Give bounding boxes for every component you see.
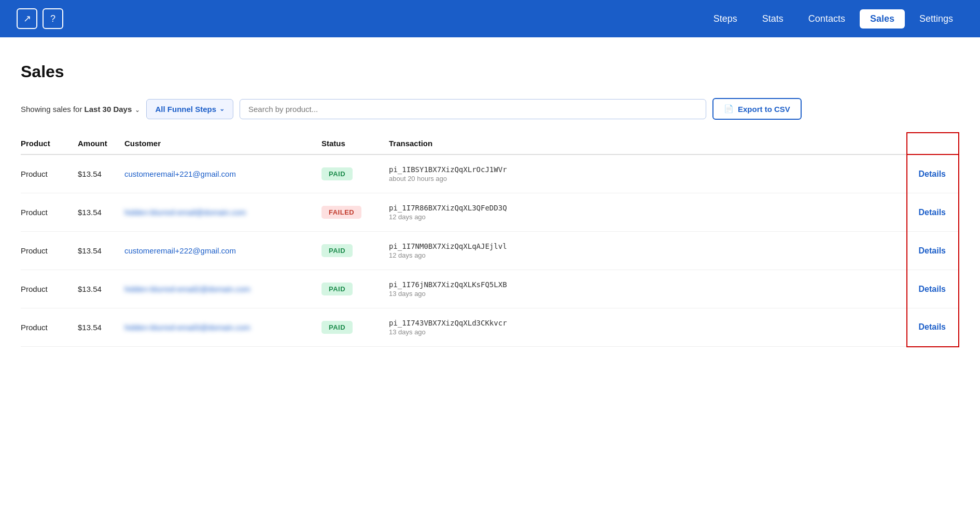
cell-customer: hidden-blurred-email3@domain.com	[124, 308, 321, 347]
cell-details: Details	[907, 193, 959, 232]
help-button[interactable]: ?	[43, 8, 63, 29]
status-badge: PAID	[321, 167, 353, 180]
cell-amount: $13.54	[78, 270, 124, 308]
transaction-time: 12 days ago	[389, 213, 898, 221]
cell-amount: $13.54	[78, 232, 124, 270]
transaction-id: pi_1I743VBX7XizQqXLd3CKkvcr	[389, 319, 898, 327]
cell-transaction: pi_1I7R86BX7XizQqXL3QFeDD3Q12 days ago	[389, 193, 907, 232]
cell-customer: hidden-blurred-email2@domain.com	[124, 270, 321, 308]
transaction-time: 13 days ago	[389, 328, 898, 336]
transaction-time: 12 days ago	[389, 251, 898, 259]
filters-row: Showing sales for Last 30 Days ⌄ All Fun…	[21, 98, 959, 120]
sales-table: Product Amount Customer Status Transacti…	[21, 132, 959, 347]
details-link[interactable]: Details	[919, 170, 950, 178]
details-link[interactable]: Details	[919, 208, 950, 217]
cell-status: PAID	[321, 270, 389, 308]
table-row: Product$13.54customeremail+222@gmail.com…	[21, 232, 959, 270]
cell-details: Details	[907, 232, 959, 270]
external-link-button[interactable]: ↗	[17, 8, 37, 29]
details-link[interactable]: Details	[919, 285, 950, 293]
main-nav: StepsStatsContactsSalesSettings	[703, 9, 963, 29]
col-header-transaction: Transaction	[389, 133, 907, 154]
cell-status: PAID	[321, 154, 389, 193]
table-row: Product$13.54hidden-blurred-email2@domai…	[21, 270, 959, 308]
customer-email-blurred: hidden-blurred-email3@domain.com	[124, 323, 250, 332]
header-left-buttons: ↗ ?	[17, 8, 63, 29]
col-header-status: Status	[321, 133, 389, 154]
cell-status: FAILED	[321, 193, 389, 232]
status-badge: PAID	[321, 283, 353, 295]
export-csv-button[interactable]: 📄 Export to CSV	[712, 98, 802, 120]
cell-amount: $13.54	[78, 154, 124, 193]
nav-item-stats[interactable]: Stats	[752, 9, 794, 29]
cell-details: Details	[907, 270, 959, 308]
cell-details: Details	[907, 154, 959, 193]
table-row: Product$13.54customeremail+221@gmail.com…	[21, 154, 959, 193]
transaction-id: pi_1I7R86BX7XizQqXL3QFeDD3Q	[389, 204, 898, 212]
cell-details: Details	[907, 308, 959, 347]
status-badge: FAILED	[321, 206, 361, 219]
external-link-icon: ↗	[23, 13, 31, 24]
cell-status: PAID	[321, 308, 389, 347]
details-link[interactable]: Details	[919, 246, 950, 255]
customer-email-blurred: hidden-blurred-email@domain.com	[124, 208, 246, 217]
cell-amount: $13.54	[78, 193, 124, 232]
customer-email[interactable]: customeremail+221@gmail.com	[124, 170, 236, 178]
details-link[interactable]: Details	[919, 322, 950, 331]
funnel-steps-dropdown[interactable]: All Funnel Steps ⌄	[146, 99, 233, 119]
cell-product: Product	[21, 154, 78, 193]
cell-product: Product	[21, 193, 78, 232]
col-header-amount: Amount	[78, 133, 124, 154]
main-content: Sales Showing sales for Last 30 Days ⌄ A…	[0, 37, 980, 368]
cell-transaction: pi_1IBSY1BX7XizQqXLrOcJ1WVrabout 20 hour…	[389, 154, 907, 193]
nav-item-sales[interactable]: Sales	[860, 9, 905, 29]
transaction-time: 13 days ago	[389, 290, 898, 298]
product-search-input[interactable]	[240, 99, 706, 119]
nav-item-settings[interactable]: Settings	[909, 9, 963, 29]
header: ↗ ? StepsStatsContactsSalesSettings	[0, 0, 980, 37]
transaction-time: about 20 hours ago	[389, 175, 898, 182]
cell-product: Product	[21, 270, 78, 308]
table-row: Product$13.54hidden-blurred-email@domain…	[21, 193, 959, 232]
table-body: Product$13.54customeremail+221@gmail.com…	[21, 154, 959, 347]
col-header-details	[907, 133, 959, 154]
cell-transaction: pi_1I7NM0BX7XizQqXLqAJEjlvl12 days ago	[389, 232, 907, 270]
cell-product: Product	[21, 308, 78, 347]
dropdown-chevron-icon: ⌄	[219, 105, 225, 112]
customer-email[interactable]: customeremail+222@gmail.com	[124, 246, 236, 255]
showing-text: Showing sales for Last 30 Days ⌄	[21, 105, 140, 114]
status-badge: PAID	[321, 321, 353, 334]
cell-status: PAID	[321, 232, 389, 270]
cell-transaction: pi_1I743VBX7XizQqXLd3CKkvcr13 days ago	[389, 308, 907, 347]
col-header-product: Product	[21, 133, 78, 154]
page-title: Sales	[21, 62, 959, 81]
cell-customer: hidden-blurred-email@domain.com	[124, 193, 321, 232]
cell-customer: customeremail+222@gmail.com	[124, 232, 321, 270]
dropdown-label: All Funnel Steps	[155, 105, 216, 114]
transaction-id: pi_1IBSY1BX7XizQqXLrOcJ1WVr	[389, 165, 898, 174]
col-header-customer: Customer	[124, 133, 321, 154]
help-icon: ?	[50, 13, 55, 24]
customer-email-blurred: hidden-blurred-email2@domain.com	[124, 285, 250, 293]
cell-transaction: pi_1I76jNBX7XizQqXLKsFQ5LXB13 days ago	[389, 270, 907, 308]
transaction-id: pi_1I7NM0BX7XizQqXLqAJEjlvl	[389, 242, 898, 250]
status-badge: PAID	[321, 244, 353, 257]
cell-product: Product	[21, 232, 78, 270]
nav-item-contacts[interactable]: Contacts	[798, 9, 856, 29]
table-row: Product$13.54hidden-blurred-email3@domai…	[21, 308, 959, 347]
export-icon: 📄	[724, 104, 734, 114]
transaction-id: pi_1I76jNBX7XizQqXLKsFQ5LXB	[389, 280, 898, 289]
table-header: Product Amount Customer Status Transacti…	[21, 133, 959, 154]
nav-item-steps[interactable]: Steps	[703, 9, 748, 29]
cell-customer: customeremail+221@gmail.com	[124, 154, 321, 193]
cell-amount: $13.54	[78, 308, 124, 347]
